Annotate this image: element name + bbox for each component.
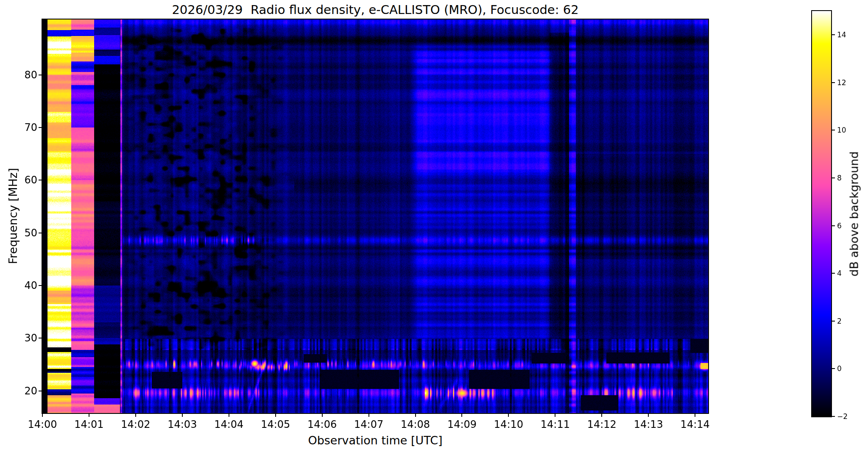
y-tick-label: 70 <box>13 122 37 133</box>
colorbar-tick-label: 8 <box>837 174 842 182</box>
colorbar-tick-label: 6 <box>837 222 842 230</box>
y-tick-mark <box>39 75 42 75</box>
y-tick-mark <box>39 391 42 391</box>
colorbar-tick-mark <box>832 130 835 130</box>
y-tick-label: 40 <box>13 280 37 291</box>
x-tick-label: 14:08 <box>396 419 435 430</box>
x-tick-label: 14:12 <box>583 419 621 430</box>
y-tick-mark <box>39 233 42 233</box>
colorbar-tick-label: 14 <box>837 31 846 39</box>
x-tick-label: 14:10 <box>489 419 527 430</box>
y-tick-label: 20 <box>13 385 37 397</box>
x-tick-mark <box>229 413 229 417</box>
x-tick-label: 14:03 <box>163 419 201 430</box>
x-tick-label: 14:00 <box>23 419 61 430</box>
colorbar-tick-label: 12 <box>837 78 846 87</box>
colorbar-tick-label: 10 <box>837 126 846 134</box>
y-tick-mark <box>39 127 42 128</box>
spectrogram-canvas <box>42 19 708 413</box>
y-axis-label: Frequency [MHz] <box>6 168 20 264</box>
x-tick-label: 14:04 <box>210 419 248 430</box>
x-tick-mark <box>601 413 602 417</box>
colorbar-tick-label: 0 <box>837 364 842 373</box>
x-tick-mark <box>368 413 369 417</box>
x-tick-label: 14:05 <box>257 419 295 430</box>
x-tick-mark <box>182 413 183 417</box>
colorbar-tick-label: 4 <box>837 269 842 277</box>
x-tick-mark <box>555 413 555 417</box>
y-tick-label: 30 <box>13 332 37 344</box>
x-tick-mark <box>135 413 136 417</box>
x-tick-label: 14:09 <box>443 419 481 430</box>
y-tick-mark <box>39 285 42 286</box>
chart-title: 2026/03/29 Radio flux density, e-CALLIST… <box>42 3 708 17</box>
x-tick-mark <box>415 413 416 417</box>
x-tick-mark <box>508 413 509 417</box>
x-tick-mark <box>695 413 695 417</box>
x-tick-mark <box>648 413 649 417</box>
x-tick-mark <box>461 413 462 417</box>
x-tick-mark <box>322 413 323 417</box>
colorbar-tick-mark <box>832 82 835 83</box>
colorbar-tick-mark <box>832 416 835 417</box>
y-tick-mark <box>39 180 42 180</box>
x-tick-label: 14:14 <box>676 419 714 430</box>
colorbar-tick-mark <box>832 177 835 178</box>
colorbar-canvas <box>812 11 831 416</box>
x-tick-label: 14:13 <box>629 419 667 430</box>
y-tick-mark <box>39 338 42 338</box>
y-tick-label: 80 <box>13 69 37 81</box>
colorbar-tick-mark <box>832 368 835 369</box>
x-tick-mark <box>89 413 89 417</box>
x-tick-label: 14:07 <box>350 419 388 430</box>
x-tick-mark <box>275 413 276 417</box>
colorbar-tick-mark <box>832 273 835 274</box>
spectrogram-figure: 2026/03/29 Radio flux density, e-CALLIST… <box>0 0 868 452</box>
x-tick-label: 14:02 <box>117 419 155 430</box>
x-tick-label: 14:11 <box>536 419 574 430</box>
colorbar-tick-label: 2 <box>837 317 842 325</box>
x-tick-label: 14:06 <box>303 419 341 430</box>
x-axis-label: Observation time [UTC] <box>42 434 708 447</box>
colorbar-tick-mark <box>832 34 835 35</box>
colorbar-label: dB above background <box>848 151 861 276</box>
x-tick-mark <box>42 413 43 417</box>
x-tick-label: 14:01 <box>70 419 108 430</box>
colorbar-tick-mark <box>832 321 835 322</box>
colorbar-tick-mark <box>832 225 835 226</box>
colorbar-tick-label: −2 <box>837 412 848 421</box>
